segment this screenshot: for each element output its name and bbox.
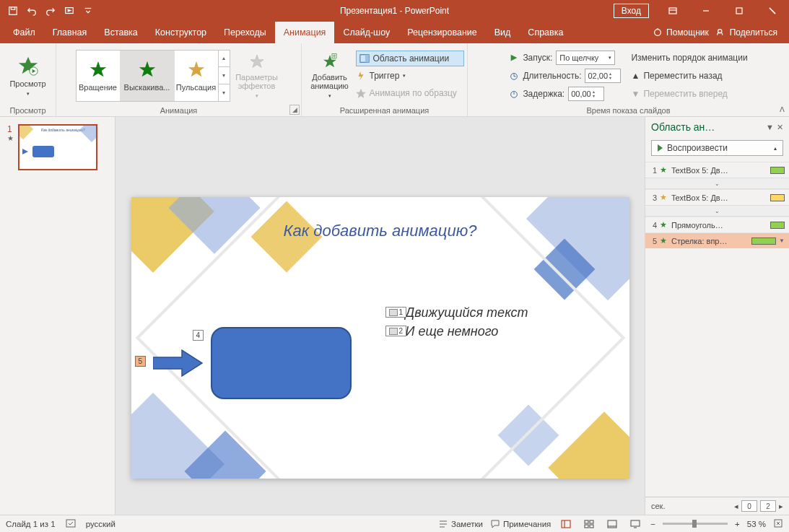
fit-to-window-icon[interactable] — [773, 518, 783, 530]
spellcheck-icon[interactable] — [66, 518, 76, 530]
animation-pane-label: Область анимации — [373, 53, 450, 64]
notes-button[interactable]: Заметки — [438, 519, 483, 529]
play-animations-button[interactable]: Воспроизвести▴ — [651, 140, 783, 156]
timeline-bar — [770, 194, 785, 201]
svg-point-10 — [655, 30, 661, 36]
animation-list-item[interactable]: 4 ★ Прямоуголь… — [645, 217, 789, 232]
tab-file[interactable]: Файл — [4, 22, 44, 43]
slideshow-view-icon[interactable] — [627, 518, 643, 531]
save-icon[interactable] — [4, 2, 22, 19]
effect-options-button: Параметры эффектов ▾ — [232, 50, 282, 102]
timeline-bar — [751, 237, 776, 245]
group-advanced-animation: Добавить анимацию ▾ Область анимации Три… — [302, 43, 468, 116]
move-earlier-button[interactable]: ▲Переместить назад — [631, 68, 747, 84]
undo-icon[interactable] — [23, 2, 40, 19]
close-icon[interactable] — [756, 0, 789, 22]
animation-launcher-icon[interactable]: ◢ — [289, 105, 300, 115]
anim-tag-5[interactable]: 5 — [135, 356, 147, 367]
animation-pane-options-icon[interactable]: ▼ — [766, 123, 774, 131]
start-from-beginning-icon[interactable] — [61, 2, 78, 19]
slide-editor[interactable]: Как добавить анимацию? Движущийся текст … — [115, 117, 645, 515]
slide-arrow-shape[interactable] — [153, 349, 204, 380]
tab-insert[interactable]: Вставка — [95, 22, 146, 43]
maximize-icon[interactable] — [723, 0, 756, 22]
language-label[interactable]: русский — [86, 520, 115, 528]
svg-rect-46 — [631, 520, 640, 526]
tell-me-button[interactable]: Помощник — [653, 27, 709, 38]
svg-rect-42 — [585, 525, 588, 528]
expand-icon[interactable]: ⌄ — [645, 205, 789, 217]
zoom-out-icon[interactable]: − — [650, 520, 655, 528]
slide-rectangle-shape[interactable] — [211, 327, 352, 399]
tab-transitions[interactable]: Переходы — [215, 22, 275, 43]
group-preview-label: Просмотр — [9, 106, 45, 115]
animation-list-item-selected[interactable]: 5 ★ Стрелка: впр… ▼ — [645, 232, 789, 248]
minimize-icon[interactable] — [689, 0, 723, 22]
gallery-item-rotate[interactable]: Вращение — [77, 51, 120, 101]
anim-tag-2[interactable]: 2 — [385, 326, 407, 336]
tab-home[interactable]: Главная — [44, 22, 96, 43]
slide-title[interactable]: Как добавить анимацию? — [131, 222, 629, 240]
tab-slideshow[interactable]: Слайд-шоу — [334, 22, 398, 43]
slide-thumbnail-1[interactable]: 1 ★ Как добавить анимацию? — [7, 124, 108, 170]
animation-list-item[interactable]: 1 ★ TextBox 5: Дв… — [645, 162, 789, 178]
tab-help[interactable]: Справка — [519, 22, 572, 43]
zoom-level[interactable]: 53 % — [747, 520, 766, 528]
animation-list-item[interactable]: 3 ★ TextBox 5: Дв… — [645, 189, 789, 205]
svg-rect-1 — [11, 7, 14, 10]
zoom-slider[interactable] — [663, 523, 728, 525]
gallery-item-bounce[interactable]: Выскакива... — [120, 51, 175, 101]
anim-tag-4[interactable]: 4 — [193, 330, 204, 341]
delay-label: Задержка: — [523, 89, 564, 99]
animation-pane-title: Область ан… — [651, 121, 763, 133]
slide-text-1[interactable]: Движущийся текст — [406, 305, 528, 320]
group-timing-label: Время показа слайдов — [586, 106, 670, 115]
assistant-label: Помощник — [666, 27, 709, 38]
tab-design[interactable]: Конструктор — [147, 22, 215, 43]
svg-rect-34 — [66, 520, 75, 527]
slide-canvas[interactable]: Как добавить анимацию? Движущийся текст … — [131, 197, 629, 479]
redo-icon[interactable] — [42, 2, 59, 19]
entrance-star-icon: ★ — [660, 220, 668, 230]
zoom-in-icon[interactable]: + — [735, 520, 740, 528]
slide-text-2[interactable]: И еще немного — [406, 324, 499, 339]
svg-rect-40 — [585, 520, 588, 523]
login-button[interactable]: Вход — [614, 4, 649, 18]
collapse-ribbon-icon[interactable]: ᐱ — [780, 105, 785, 113]
anim-tag-1[interactable]: 1 — [385, 307, 407, 318]
reorder-label: Изменить порядок анимации — [631, 50, 747, 66]
expand-icon[interactable]: ⌄ — [645, 178, 789, 189]
tab-review[interactable]: Рецензирование — [398, 22, 486, 43]
animation-gallery[interactable]: Вращение Выскакива... Пульсация ▴▾▾ — [76, 50, 230, 102]
delay-input[interactable]: 00,00▴▾ — [568, 87, 604, 101]
emphasis-star-icon: ★ — [660, 193, 668, 202]
comments-button[interactable]: Примечания — [490, 519, 551, 529]
trigger-label: Триггер — [370, 71, 400, 81]
tab-view[interactable]: Вид — [486, 22, 520, 43]
timeline-prev-icon[interactable]: ◂ — [734, 502, 738, 511]
sorter-view-icon[interactable] — [581, 518, 597, 531]
tab-animation[interactable]: Анимация — [275, 22, 335, 43]
share-button[interactable]: Поделиться — [716, 27, 777, 38]
start-select[interactable]: По щелчку▾ — [556, 51, 615, 65]
timeline-next-icon[interactable]: ▸ — [779, 502, 783, 511]
add-animation-button[interactable]: Добавить анимацию ▾ — [305, 50, 354, 102]
ribbon-display-icon[interactable] — [656, 0, 689, 22]
trigger-button[interactable]: Триггер ▾ — [356, 68, 464, 84]
gallery-scroll[interactable]: ▴▾▾ — [218, 51, 230, 101]
slide-counter[interactable]: Слайд 1 из 1 — [6, 520, 56, 528]
share-label: Поделиться — [730, 27, 777, 38]
thumbnail-image[interactable]: Как добавить анимацию? — [18, 124, 97, 170]
animation-pane-footer: сек. ◂ 0 2 ▸ — [645, 497, 789, 515]
preview-button[interactable]: Просмотр ▾ — [6, 50, 50, 102]
thumb-number: 1 — [7, 124, 14, 134]
reading-view-icon[interactable] — [604, 518, 620, 531]
duration-input[interactable]: 02,00▴▾ — [585, 69, 621, 83]
gallery-item-pulse[interactable]: Пульсация — [175, 51, 218, 101]
animation-pane-close-icon[interactable]: ✕ — [777, 123, 783, 132]
qat-dropdown-icon[interactable] — [79, 2, 97, 19]
item-dropdown-icon[interactable]: ▼ — [779, 237, 785, 244]
animation-pane-button[interactable]: Область анимации — [356, 51, 464, 66]
status-bar: Слайд 1 из 1 русский Заметки Примечания … — [0, 515, 789, 532]
normal-view-icon[interactable] — [558, 518, 574, 531]
